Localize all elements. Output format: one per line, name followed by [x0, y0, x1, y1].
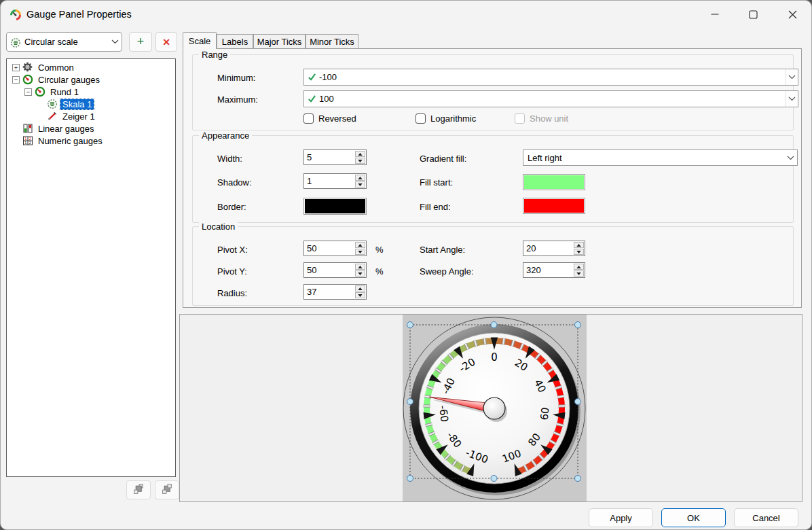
- collapse-icon[interactable]: −: [24, 88, 32, 96]
- minimum-input[interactable]: -100: [303, 69, 798, 86]
- tree-item-skala-1[interactable]: Skala 1: [7, 98, 175, 110]
- pivot-y-spinner[interactable]: 50: [303, 262, 367, 278]
- tree-item-common[interactable]: +Common: [7, 61, 175, 73]
- tree-item-label: Zeiger 1: [60, 111, 97, 122]
- start-angle-label: Start Angle:: [420, 245, 465, 255]
- chevron-down-icon: [111, 33, 119, 51]
- bring-forward-button[interactable]: [155, 480, 179, 499]
- show-unit-checkbox: Show unit: [515, 112, 568, 124]
- tab-minor-ticks[interactable]: Minor Ticks: [306, 34, 358, 49]
- radius-spinner[interactable]: 37: [303, 284, 367, 300]
- svg-text:0: 0: [491, 351, 498, 364]
- tree-item-rund-1[interactable]: −Rund 1: [7, 86, 175, 98]
- tree-item-label: Circular gauges: [36, 75, 102, 85]
- maximum-label: Maximum:: [217, 94, 258, 105]
- checkbox-icon: [515, 113, 525, 124]
- circular-scale-icon: [10, 37, 21, 48]
- location-group-title: Location: [199, 222, 238, 232]
- gauge-elements-tree: +Common−Circular gauges−Rund 1Skala 1Zei…: [6, 58, 176, 477]
- close-icon: [788, 10, 797, 19]
- tab-scale[interactable]: Scale: [183, 32, 217, 49]
- reversed-checkbox[interactable]: Reversed: [303, 112, 356, 124]
- fill-start-color-swatch[interactable]: [523, 174, 585, 190]
- pivot-x-spinner[interactable]: 50: [303, 241, 367, 256]
- spin-up-icon[interactable]: [355, 242, 365, 248]
- chevron-down-icon: [787, 150, 794, 165]
- selection-handle[interactable]: [407, 399, 413, 405]
- gradient-fill-select[interactable]: Left right: [523, 149, 798, 166]
- spin-down-icon[interactable]: [574, 270, 584, 277]
- spin-down-icon[interactable]: [355, 249, 365, 255]
- spin-up-icon[interactable]: [574, 242, 584, 248]
- maximize-icon: [749, 10, 758, 19]
- checkbox-icon: [303, 113, 314, 124]
- selection-handle[interactable]: [407, 322, 413, 328]
- send-backward-icon: [133, 483, 145, 497]
- add-element-button[interactable]: +: [129, 32, 152, 52]
- tree-item-numeric-gauges[interactable]: 1212Numeric gauges: [7, 135, 175, 147]
- appearance-group-title: Appearance: [199, 130, 252, 141]
- chevron-down-icon[interactable]: [785, 69, 798, 85]
- shadow-spinner[interactable]: 1: [303, 173, 367, 189]
- spin-up-icon[interactable]: [355, 175, 365, 181]
- cancel-button[interactable]: Cancel: [734, 508, 798, 527]
- apply-button[interactable]: Apply: [589, 508, 653, 527]
- fill-end-color-swatch[interactable]: [523, 198, 585, 214]
- element-type-select[interactable]: Circular scale: [6, 32, 122, 52]
- bring-forward-icon: [162, 483, 173, 497]
- send-backward-button[interactable]: [126, 480, 151, 499]
- circular-gauge-preview[interactable]: -100-80-60-40-20020406080100: [403, 315, 587, 501]
- spin-down-icon[interactable]: [355, 181, 365, 188]
- border-color-swatch[interactable]: [303, 198, 367, 215]
- tab-labels[interactable]: Labels: [217, 34, 253, 49]
- pivot-y-unit: %: [375, 266, 384, 277]
- svg-text:60: 60: [538, 406, 552, 421]
- maximum-input[interactable]: 100: [303, 90, 798, 107]
- spin-down-icon[interactable]: [355, 158, 365, 164]
- checkbox-icon: [416, 113, 426, 124]
- gradient-fill-value: Left right: [528, 153, 562, 163]
- appearance-group: Appearance: [192, 135, 794, 223]
- fill-start-label: Fill start:: [420, 177, 453, 188]
- pivot-x-unit: %: [375, 245, 384, 255]
- selection-handle[interactable]: [575, 322, 581, 328]
- svg-text:2: 2: [29, 137, 32, 141]
- collapse-icon[interactable]: −: [12, 76, 20, 84]
- tree-item-linear-gauges[interactable]: Linear gauges: [7, 122, 175, 135]
- selection-handle[interactable]: [575, 399, 581, 405]
- spin-up-icon[interactable]: [574, 264, 584, 270]
- gradient-fill-label: Gradient fill:: [420, 154, 466, 164]
- minimum-value: -100: [319, 72, 337, 82]
- spin-up-icon[interactable]: [355, 285, 365, 292]
- element-type-value: Circular scale: [24, 37, 78, 47]
- selection-handle[interactable]: [575, 476, 581, 482]
- spin-down-icon[interactable]: [355, 270, 365, 277]
- linear-icon: [22, 123, 33, 134]
- expand-icon[interactable]: +: [12, 64, 20, 71]
- selection-handle[interactable]: [407, 476, 413, 482]
- selection-handle[interactable]: [491, 476, 497, 482]
- tree-item-zeiger-1[interactable]: Zeiger 1: [7, 110, 175, 122]
- sweep-angle-spinner[interactable]: 320: [523, 262, 585, 278]
- logarithmic-checkbox[interactable]: Logarithmic: [416, 112, 476, 124]
- location-group: Location: [192, 226, 794, 306]
- spin-down-icon[interactable]: [574, 249, 584, 255]
- tree-item-circular-gauges[interactable]: −Circular gauges: [7, 73, 175, 86]
- spin-down-icon[interactable]: [355, 292, 365, 298]
- minimize-button[interactable]: [696, 1, 734, 28]
- selection-handle[interactable]: [491, 322, 497, 328]
- delete-element-button[interactable]: ✕: [155, 32, 177, 52]
- chevron-down-icon[interactable]: [785, 91, 798, 107]
- width-spinner[interactable]: 5: [303, 149, 367, 165]
- width-label: Width:: [217, 154, 242, 164]
- spin-up-icon[interactable]: [355, 151, 365, 157]
- maximize-button[interactable]: [734, 1, 772, 28]
- spin-up-icon[interactable]: [355, 264, 365, 270]
- tab-major-ticks[interactable]: Major Ticks: [253, 34, 306, 49]
- ok-button[interactable]: OK: [661, 508, 726, 527]
- start-angle-spinner[interactable]: 20: [523, 241, 585, 256]
- gauge-preview-canvas[interactable]: -100-80-60-40-20020406080100: [403, 315, 587, 501]
- tree-item-label: Numeric gauges: [36, 136, 105, 146]
- plus-icon: +: [137, 35, 145, 49]
- close-button[interactable]: [772, 1, 812, 28]
